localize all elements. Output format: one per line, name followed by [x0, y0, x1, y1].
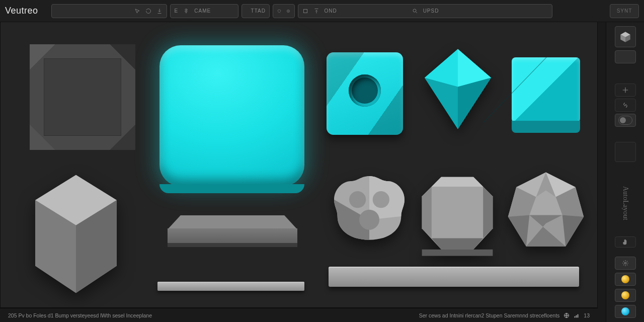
ttad-button[interactable]: TTAD — [242, 4, 270, 18]
sidebar-group-tools — [615, 84, 636, 127]
svg-point-34 — [624, 262, 626, 264]
svg-marker-20 — [432, 238, 483, 249]
shield-target-button[interactable] — [273, 4, 295, 18]
cube-icon — [619, 30, 632, 43]
sync-label: SYNT — [617, 8, 632, 14]
svg-marker-17 — [432, 177, 483, 187]
hand-icon — [622, 238, 629, 246]
sidebar-tool-link[interactable] — [615, 99, 636, 112]
asset-bevel-tile[interactable] — [30, 44, 135, 150]
search-icon — [412, 8, 418, 14]
app-logo: Veutreo — [5, 6, 48, 16]
toolbar: Veutreo E CAME TTAD OND UPSD SYNT — [0, 0, 644, 22]
asset-gray-octagon[interactable] — [417, 172, 498, 258]
box-icon — [302, 8, 308, 14]
sidebar-coin-gold-2[interactable] — [615, 289, 636, 302]
svg-marker-8 — [458, 78, 491, 129]
sidebar-tool-move[interactable] — [615, 84, 636, 97]
coin-gold-icon — [621, 275, 629, 283]
asset-gray-lobed[interactable] — [327, 171, 412, 252]
coin-blue-icon — [621, 307, 629, 315]
asset-gray-hex-prism[interactable] — [26, 171, 126, 297]
asset-cyan-gem[interactable] — [420, 46, 496, 132]
asset-gallery — [1, 22, 597, 307]
svg-rect-21 — [422, 250, 493, 256]
right-sidebar: AutoLayout — [606, 22, 644, 322]
camera-label: CAME — [194, 8, 211, 14]
sidebar-coin-blue[interactable] — [615, 305, 636, 318]
upload-icon — [313, 8, 319, 14]
target-icon — [286, 8, 290, 14]
gear-icon — [622, 260, 629, 267]
asset-cyan-hole-plate[interactable] — [327, 52, 403, 135]
viewport[interactable] — [0, 22, 598, 308]
upsd-label: UPSD — [423, 8, 439, 14]
status-bar: 205 Pv bo Foles d1 Bump versteyeesd lWth… — [0, 308, 598, 322]
svg-marker-18 — [422, 187, 432, 238]
ttad-label: TTAD — [251, 8, 266, 14]
toolbar-group-1[interactable] — [51, 4, 167, 18]
sidebar-tool-toggle[interactable] — [615, 114, 636, 127]
sidebar-hand-tool[interactable] — [615, 236, 636, 248]
svg-point-0 — [287, 10, 289, 12]
asset-gray-thin-bar[interactable] — [157, 282, 304, 291]
signal-icon — [574, 312, 580, 318]
cursor-icon — [134, 8, 140, 14]
svg-marker-7 — [425, 78, 458, 129]
link-icon — [622, 102, 629, 109]
asset-gray-thick-bar[interactable] — [329, 267, 579, 287]
status-left-text: 205 Pv bo Foles d1 Bump versteyeesd lWth… — [8, 312, 152, 318]
asset-gray-geodesic[interactable] — [505, 169, 587, 255]
svg-rect-2 — [303, 9, 307, 13]
sidebar-coin-gold-1[interactable] — [615, 273, 636, 286]
refresh-icon — [145, 8, 151, 14]
svg-point-14 — [373, 191, 389, 208]
camera-dropdown[interactable]: E CAME — [170, 4, 238, 18]
sidebar-settings[interactable] — [615, 257, 636, 270]
svg-point-1 — [288, 11, 289, 12]
asset-cyan-split-cube[interactable] — [512, 57, 580, 133]
camera-prefix: E — [175, 8, 179, 14]
sidebar-btn-1[interactable] — [615, 50, 636, 63]
asset-cyan-slab[interactable] — [159, 45, 304, 186]
asset-gray-platform[interactable] — [168, 215, 297, 246]
status-percent: 13 — [584, 312, 590, 318]
svg-point-3 — [413, 9, 416, 12]
coin-gold-icon — [621, 291, 629, 299]
svg-marker-29 — [508, 215, 530, 247]
sidebar-collapse[interactable] — [615, 142, 636, 162]
toggle-icon — [618, 116, 632, 125]
currency-icon — [183, 8, 189, 14]
download-icon — [156, 8, 163, 14]
sync-button[interactable]: SYNT — [610, 4, 639, 18]
path-field[interactable]: OND UPSD — [298, 4, 552, 18]
sidebar-vertical-label: AutoLayout — [621, 173, 629, 233]
status-right-text: Ser cews ad Intnini rlercan2 Stupen Sare… — [419, 312, 560, 318]
move-icon — [622, 87, 629, 94]
ond-label: OND — [325, 8, 337, 14]
shield-icon — [277, 8, 281, 14]
svg-point-13 — [349, 191, 366, 208]
svg-point-15 — [359, 210, 379, 230]
svg-marker-19 — [483, 187, 493, 238]
sidebar-thumb-selected[interactable] — [615, 26, 636, 47]
globe-icon — [564, 312, 570, 318]
svg-marker-28 — [562, 215, 584, 247]
